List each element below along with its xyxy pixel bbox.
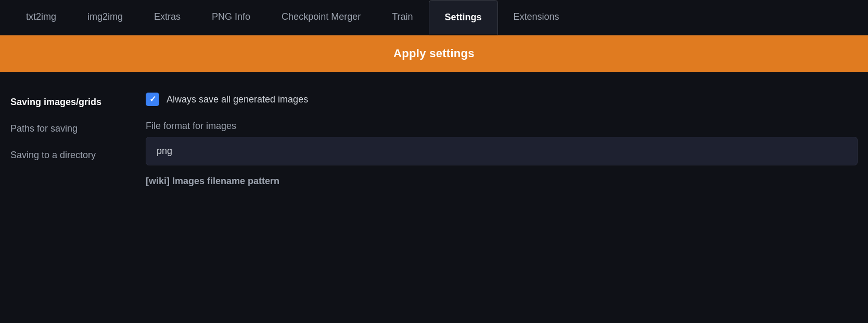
sidebar-item-paths-for-saving[interactable]: Paths for saving (10, 119, 135, 138)
always-save-checkbox[interactable]: ✓ (146, 93, 159, 106)
always-save-checkbox-row: ✓ Always save all generated images (146, 93, 858, 106)
tab-png-info[interactable]: PNG Info (196, 0, 266, 35)
apply-settings-label: Apply settings (393, 47, 475, 60)
tab-extras[interactable]: Extras (138, 0, 196, 35)
tab-txt2img[interactable]: txt2img (10, 0, 72, 35)
tab-train[interactable]: Train (376, 0, 428, 35)
tab-checkpoint-merger[interactable]: Checkpoint Merger (266, 0, 376, 35)
file-format-label: File format for images (146, 121, 858, 132)
file-format-input[interactable] (146, 137, 858, 165)
always-save-label: Always save all generated images (167, 94, 308, 105)
tab-settings[interactable]: Settings (429, 0, 498, 35)
tab-bar: txt2img img2img Extras PNG Info Checkpoi… (0, 0, 868, 35)
settings-panel: ✓ Always save all generated images File … (146, 87, 858, 187)
sidebar-item-saving-to-directory[interactable]: Saving to a directory (10, 146, 135, 165)
tab-img2img[interactable]: img2img (72, 0, 138, 35)
sidebar-item-saving-images[interactable]: Saving images/grids (10, 93, 135, 112)
sidebar: Saving images/grids Paths for saving Sav… (10, 87, 146, 187)
tab-extensions[interactable]: Extensions (498, 0, 575, 35)
apply-settings-button[interactable]: Apply settings (0, 35, 868, 72)
main-content: Saving images/grids Paths for saving Sav… (0, 72, 868, 202)
checkmark-icon: ✓ (149, 95, 156, 104)
filename-pattern-label: [wiki] Images filename pattern (146, 176, 858, 187)
app-container: txt2img img2img Extras PNG Info Checkpoi… (0, 0, 868, 323)
